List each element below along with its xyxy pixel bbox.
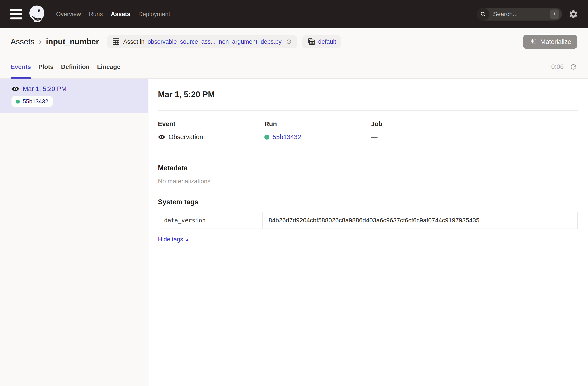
tag-row: data_version 84b26d7d9204cbf588026c8a988… [158,212,577,228]
system-tags-heading: System tags [158,198,578,206]
event-type-value: Observation [168,133,203,141]
divider [158,152,578,152]
breadcrumb: Assets › input_number [11,37,99,46]
search-icon [477,8,489,20]
header-chips: Asset in observable_source_ass..._non_ar… [107,35,341,48]
event-title: Mar 1, 5:20 PM [158,90,578,99]
tabs-bar: Events Plots Definition Lineage 0:06 [0,55,588,79]
menu-button[interactable] [10,8,22,21]
event-column-label: Event [158,120,264,128]
hide-tags-link[interactable]: Hide tags ▲ [158,236,189,243]
asset-name: input_number [46,37,99,46]
slash-shortcut-badge: / [550,9,559,19]
event-date: Mar 1, 5:20 PM [23,85,66,93]
table-icon [112,38,120,46]
job-column-label: Job [371,120,578,128]
job-empty-value: — [371,133,378,141]
event-details: Event Observation Run [158,120,578,141]
nav-assets[interactable]: Assets [111,11,130,18]
materialize-button[interactable]: Materialize [523,35,577,49]
hide-tags-label: Hide tags [158,236,183,243]
content-area: Mar 1, 5:20 PM 55b13432 Mar 1, 5:20 PM E… [0,79,588,386]
metadata-heading: Metadata [158,164,578,172]
refresh-button[interactable] [569,63,577,71]
reload-location-button[interactable] [286,39,292,45]
search-input[interactable] [493,11,548,18]
divider [158,110,578,111]
nav-links: Overview Runs Assets Deployment [56,11,170,18]
tab-events[interactable]: Events [11,55,31,78]
events-sidebar: Mar 1, 5:20 PM 55b13432 [0,79,148,386]
caret-up-icon: ▲ [185,238,189,241]
tab-plots[interactable]: Plots [39,55,53,78]
refresh-countdown: 0:06 [551,63,564,70]
materialize-label: Materialize [540,38,571,45]
group-chip[interactable]: default [302,35,341,48]
metadata-empty-text: No materializations [158,178,578,185]
tabs: Events Plots Definition Lineage [11,55,120,78]
asset-in-label: Asset in [123,39,145,45]
run-link[interactable]: 55b13432 [273,133,301,141]
run-status-dot [16,100,20,103]
top-nav: Overview Runs Assets Deployment / [0,0,588,28]
group-link[interactable]: default [318,39,336,45]
run-status-dot [264,135,269,140]
search-box[interactable]: / [477,8,562,20]
event-detail-panel: Mar 1, 5:20 PM Event Observation [148,79,588,386]
nav-overview[interactable]: Overview [56,11,81,18]
tab-lineage[interactable]: Lineage [97,55,120,78]
observation-eye-icon [11,85,19,93]
run-column-label: Run [264,120,371,128]
breadcrumb-assets-link[interactable]: Assets [11,37,34,46]
tab-definition[interactable]: Definition [61,55,89,78]
nav-deployment[interactable]: Deployment [138,11,170,18]
run-badge: 55b13432 [11,96,53,107]
asset-location-chip: Asset in observable_source_ass..._non_ar… [107,35,296,48]
page-header: Assets › input_number Asset in observabl… [0,28,588,55]
observation-eye-icon [158,133,165,141]
asset-group-icon [307,38,315,46]
system-tags-table: data_version 84b26d7d9204cbf588026c8a988… [158,212,578,229]
dagster-logo[interactable] [28,5,46,23]
tag-key: data_version [158,212,263,228]
dagster-app: Overview Runs Assets Deployment / Assets… [0,0,588,386]
sparkles-icon [529,38,537,45]
event-list-item[interactable]: Mar 1, 5:20 PM 55b13432 [0,79,148,113]
code-location-link[interactable]: observable_source_ass..._non_argument_de… [147,39,281,45]
tag-value: 84b26d7d9204cbf588026c8a9886d403a6c9637c… [263,212,577,228]
run-id: 55b13432 [23,98,48,105]
breadcrumb-separator-icon: › [39,37,42,46]
settings-gear-button[interactable] [568,9,578,19]
nav-runs[interactable]: Runs [89,11,103,18]
